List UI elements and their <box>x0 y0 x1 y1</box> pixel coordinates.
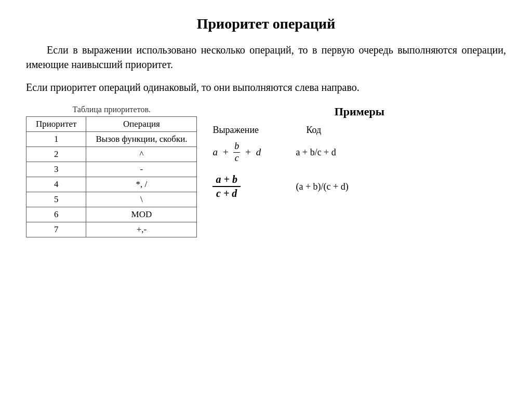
table-row: 2^ <box>26 147 197 162</box>
table-cell-priority: 2 <box>26 147 86 162</box>
example-1-code: a + b/c + d <box>296 147 336 158</box>
table-cell-priority: 7 <box>26 222 86 237</box>
table-cell-priority: 1 <box>26 132 86 147</box>
table-row: 7+,- <box>26 222 197 237</box>
example-2-code: (a + b)/(c + d) <box>296 181 348 192</box>
priority-table: Приоритет Операция 1Вызов функции, скобк… <box>26 116 197 237</box>
table-cell-priority: 6 <box>26 207 86 222</box>
table-caption: Таблица приоритетов. <box>26 105 197 114</box>
example-1-expr: a + b c + d <box>212 141 280 164</box>
page-title: Приоритет операций <box>26 16 506 32</box>
table-row: 3- <box>26 162 197 177</box>
table-cell-priority: 5 <box>26 192 86 207</box>
examples-section: Примеры Выражение Код a + b c + d a + <box>212 105 506 209</box>
header-code: Код <box>306 125 321 136</box>
table-cell-operation: *, / <box>86 177 197 192</box>
table-cell-priority: 4 <box>26 177 86 192</box>
example-2-expr: a + b c + d <box>212 173 280 200</box>
table-row: 5\ <box>26 192 197 207</box>
fraction-b-over-c: b c <box>233 141 240 164</box>
paragraph-2: Если приоритет операций одинаковый, то о… <box>26 80 506 95</box>
examples-title: Примеры <box>212 105 506 118</box>
table-cell-operation: \ <box>86 192 197 207</box>
examples-header: Выражение Код <box>212 125 506 136</box>
example-2: a + b c + d (a + b)/(c + d) <box>212 173 506 200</box>
math-expr-1: a + b c + d <box>212 141 261 164</box>
table-row: 4*, / <box>26 177 197 192</box>
table-cell-priority: 3 <box>26 162 86 177</box>
table-cell-operation: Вызов функции, скобки. <box>86 132 197 147</box>
table-row: 6MOD <box>26 207 197 222</box>
table-container: Таблица приоритетов. Приоритет Операция … <box>26 105 197 237</box>
table-row: 1Вызов функции, скобки. <box>26 132 197 147</box>
bottom-section: Таблица приоритетов. Приоритет Операция … <box>26 105 506 237</box>
table-cell-operation: MOD <box>86 207 197 222</box>
table-cell-operation: - <box>86 162 197 177</box>
big-fraction: a + b c + d <box>212 173 240 200</box>
table-cell-operation: ^ <box>86 147 197 162</box>
header-expression: Выражение <box>212 125 296 136</box>
col-priority: Приоритет <box>26 117 86 132</box>
paragraph-1: Если в выражении использовано несколько … <box>26 43 506 72</box>
table-header-row: Приоритет Операция <box>26 117 197 132</box>
example-1: a + b c + d a + b/c + d <box>212 141 506 164</box>
table-cell-operation: +,- <box>86 222 197 237</box>
col-operation: Операция <box>86 117 197 132</box>
